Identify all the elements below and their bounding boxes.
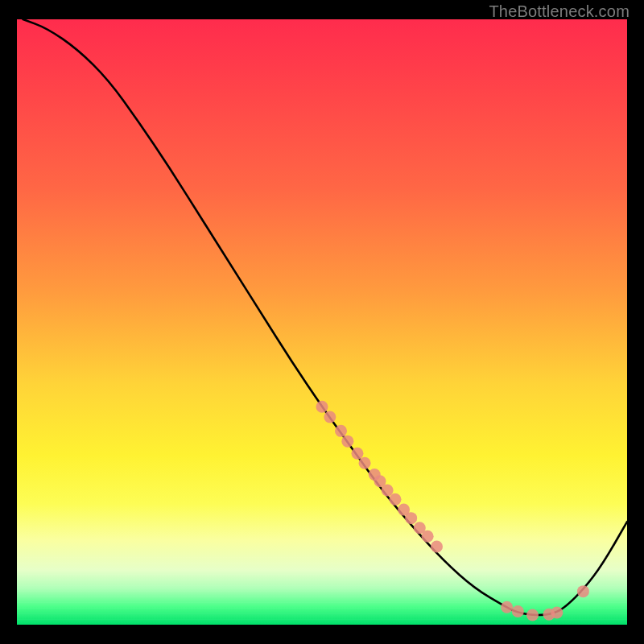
plot-area	[17, 19, 627, 625]
highlight-point	[351, 448, 363, 460]
highlight-point	[316, 401, 328, 413]
highlight-point	[512, 605, 524, 617]
watermark-text: TheBottleneck.com	[489, 2, 630, 21]
highlight-point	[359, 457, 371, 469]
highlight-point	[335, 425, 347, 437]
highlight-point	[389, 493, 401, 506]
highlight-point	[551, 606, 563, 618]
highlight-point	[577, 585, 589, 597]
highlight-points	[316, 401, 589, 621]
highlight-point	[324, 411, 336, 423]
highlight-point	[341, 436, 353, 448]
bottleneck-curve	[23, 19, 627, 615]
curve-layer	[17, 19, 627, 625]
highlight-point	[501, 601, 513, 613]
chart-stage: TheBottleneck.com	[0, 0, 644, 644]
highlight-point	[382, 485, 394, 497]
highlight-point	[405, 512, 417, 524]
highlight-point	[422, 530, 434, 543]
highlight-point	[526, 609, 539, 621]
highlight-point	[431, 540, 443, 552]
